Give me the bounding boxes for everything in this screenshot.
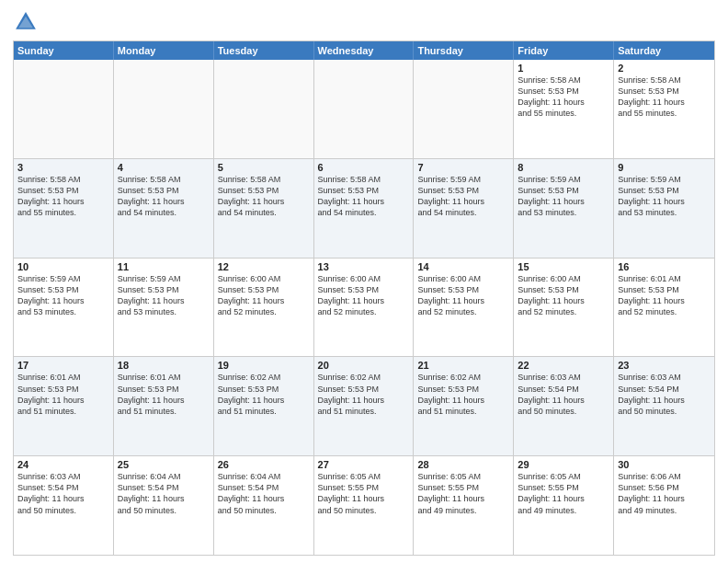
- day-number: 30: [618, 459, 711, 470]
- calendar-cell: 21Sunrise: 6:02 AM Sunset: 5:53 PM Dayli…: [414, 357, 514, 455]
- cell-info: Sunrise: 6:05 AM Sunset: 5:55 PM Dayligh…: [417, 471, 509, 516]
- cell-info: Sunrise: 6:00 AM Sunset: 5:53 PM Dayligh…: [318, 273, 410, 318]
- day-number: 28: [417, 459, 509, 470]
- cell-info: Sunrise: 6:05 AM Sunset: 5:55 PM Dayligh…: [318, 471, 410, 516]
- logo-icon: [13, 9, 39, 35]
- cell-info: Sunrise: 5:58 AM Sunset: 5:53 PM Dayligh…: [518, 75, 609, 120]
- day-number: 15: [518, 261, 609, 272]
- day-number: 27: [318, 459, 410, 470]
- day-number: 20: [318, 360, 410, 371]
- day-number: 12: [218, 261, 310, 272]
- cell-info: Sunrise: 5:59 AM Sunset: 5:53 PM Dayligh…: [518, 174, 609, 219]
- calendar-body: 1Sunrise: 5:58 AM Sunset: 5:53 PM Daylig…: [14, 60, 714, 555]
- calendar-header: SundayMondayTuesdayWednesdayThursdayFrid…: [14, 41, 714, 60]
- calendar-cell: 25Sunrise: 6:04 AM Sunset: 5:54 PM Dayli…: [114, 456, 214, 555]
- calendar-cell: [14, 60, 114, 158]
- weekday-header: Wednesday: [314, 41, 415, 60]
- calendar-cell: 29Sunrise: 6:05 AM Sunset: 5:55 PM Dayli…: [514, 456, 614, 555]
- calendar-cell: 15Sunrise: 6:00 AM Sunset: 5:53 PM Dayli…: [514, 259, 614, 357]
- calendar-cell: 3Sunrise: 5:58 AM Sunset: 5:53 PM Daylig…: [14, 159, 114, 258]
- calendar-cell: 7Sunrise: 5:59 AM Sunset: 5:53 PM Daylig…: [414, 159, 514, 258]
- cell-info: Sunrise: 6:01 AM Sunset: 5:53 PM Dayligh…: [618, 273, 711, 318]
- day-number: 10: [17, 261, 109, 272]
- day-number: 2: [618, 63, 711, 74]
- day-number: 7: [417, 162, 509, 173]
- cell-info: Sunrise: 6:01 AM Sunset: 5:53 PM Dayligh…: [118, 372, 210, 417]
- calendar-cell: 9Sunrise: 5:59 AM Sunset: 5:53 PM Daylig…: [614, 159, 714, 258]
- cell-info: Sunrise: 6:05 AM Sunset: 5:55 PM Dayligh…: [518, 471, 609, 516]
- calendar-cell: 11Sunrise: 5:59 AM Sunset: 5:53 PM Dayli…: [114, 259, 214, 357]
- calendar-cell: 23Sunrise: 6:03 AM Sunset: 5:54 PM Dayli…: [614, 357, 714, 455]
- header: [13, 9, 715, 35]
- calendar-cell: [414, 60, 514, 158]
- weekday-header: Saturday: [614, 41, 714, 60]
- weekday-header: Sunday: [14, 41, 114, 60]
- calendar-row: 10Sunrise: 5:59 AM Sunset: 5:53 PM Dayli…: [14, 258, 714, 357]
- cell-info: Sunrise: 6:02 AM Sunset: 5:53 PM Dayligh…: [218, 372, 310, 417]
- cell-info: Sunrise: 6:04 AM Sunset: 5:54 PM Dayligh…: [118, 471, 210, 516]
- calendar-cell: 16Sunrise: 6:01 AM Sunset: 5:53 PM Dayli…: [614, 259, 714, 357]
- day-number: 4: [118, 162, 210, 173]
- cell-info: Sunrise: 5:59 AM Sunset: 5:53 PM Dayligh…: [17, 273, 109, 318]
- day-number: 23: [618, 360, 711, 371]
- cell-info: Sunrise: 6:04 AM Sunset: 5:54 PM Dayligh…: [218, 471, 310, 516]
- calendar-cell: [314, 60, 415, 158]
- cell-info: Sunrise: 6:00 AM Sunset: 5:53 PM Dayligh…: [417, 273, 509, 318]
- cell-info: Sunrise: 6:03 AM Sunset: 5:54 PM Dayligh…: [17, 471, 109, 516]
- day-number: 25: [118, 459, 210, 470]
- page: SundayMondayTuesdayWednesdayThursdayFrid…: [0, 0, 728, 563]
- day-number: 11: [118, 261, 210, 272]
- calendar: SundayMondayTuesdayWednesdayThursdayFrid…: [13, 40, 715, 556]
- logo: [13, 9, 40, 35]
- day-number: 22: [518, 360, 609, 371]
- day-number: 18: [118, 360, 210, 371]
- calendar-cell: 13Sunrise: 6:00 AM Sunset: 5:53 PM Dayli…: [314, 259, 415, 357]
- calendar-cell: 4Sunrise: 5:58 AM Sunset: 5:53 PM Daylig…: [114, 159, 214, 258]
- cell-info: Sunrise: 5:58 AM Sunset: 5:53 PM Dayligh…: [218, 174, 310, 219]
- cell-info: Sunrise: 5:59 AM Sunset: 5:53 PM Dayligh…: [417, 174, 509, 219]
- cell-info: Sunrise: 6:06 AM Sunset: 5:56 PM Dayligh…: [618, 471, 711, 516]
- calendar-cell: 22Sunrise: 6:03 AM Sunset: 5:54 PM Dayli…: [514, 357, 614, 455]
- cell-info: Sunrise: 6:03 AM Sunset: 5:54 PM Dayligh…: [618, 372, 711, 417]
- calendar-cell: [114, 60, 214, 158]
- calendar-cell: [214, 60, 314, 158]
- cell-info: Sunrise: 6:03 AM Sunset: 5:54 PM Dayligh…: [518, 372, 609, 417]
- day-number: 14: [417, 261, 509, 272]
- cell-info: Sunrise: 6:01 AM Sunset: 5:53 PM Dayligh…: [17, 372, 109, 417]
- cell-info: Sunrise: 6:00 AM Sunset: 5:53 PM Dayligh…: [218, 273, 310, 318]
- day-number: 3: [17, 162, 109, 173]
- calendar-row: 3Sunrise: 5:58 AM Sunset: 5:53 PM Daylig…: [14, 158, 714, 258]
- day-number: 29: [518, 459, 609, 470]
- calendar-cell: 1Sunrise: 5:58 AM Sunset: 5:53 PM Daylig…: [514, 60, 614, 158]
- day-number: 1: [518, 63, 609, 74]
- cell-info: Sunrise: 5:59 AM Sunset: 5:53 PM Dayligh…: [118, 273, 210, 318]
- calendar-row: 1Sunrise: 5:58 AM Sunset: 5:53 PM Daylig…: [14, 60, 714, 158]
- calendar-cell: 12Sunrise: 6:00 AM Sunset: 5:53 PM Dayli…: [214, 259, 314, 357]
- weekday-header: Thursday: [414, 41, 514, 60]
- calendar-cell: 30Sunrise: 6:06 AM Sunset: 5:56 PM Dayli…: [614, 456, 714, 555]
- day-number: 8: [518, 162, 609, 173]
- weekday-header: Friday: [514, 41, 614, 60]
- calendar-cell: 5Sunrise: 5:58 AM Sunset: 5:53 PM Daylig…: [214, 159, 314, 258]
- calendar-cell: 18Sunrise: 6:01 AM Sunset: 5:53 PM Dayli…: [114, 357, 214, 455]
- cell-info: Sunrise: 6:02 AM Sunset: 5:53 PM Dayligh…: [318, 372, 410, 417]
- calendar-cell: 6Sunrise: 5:58 AM Sunset: 5:53 PM Daylig…: [314, 159, 415, 258]
- calendar-row: 17Sunrise: 6:01 AM Sunset: 5:53 PM Dayli…: [14, 356, 714, 455]
- calendar-cell: 26Sunrise: 6:04 AM Sunset: 5:54 PM Dayli…: [214, 456, 314, 555]
- calendar-cell: 14Sunrise: 6:00 AM Sunset: 5:53 PM Dayli…: [414, 259, 514, 357]
- day-number: 9: [618, 162, 711, 173]
- calendar-cell: 8Sunrise: 5:59 AM Sunset: 5:53 PM Daylig…: [514, 159, 614, 258]
- cell-info: Sunrise: 5:58 AM Sunset: 5:53 PM Dayligh…: [618, 75, 711, 120]
- calendar-row: 24Sunrise: 6:03 AM Sunset: 5:54 PM Dayli…: [14, 455, 714, 555]
- weekday-header: Tuesday: [214, 41, 314, 60]
- day-number: 21: [417, 360, 509, 371]
- cell-info: Sunrise: 5:58 AM Sunset: 5:53 PM Dayligh…: [318, 174, 410, 219]
- calendar-cell: 28Sunrise: 6:05 AM Sunset: 5:55 PM Dayli…: [414, 456, 514, 555]
- calendar-cell: 2Sunrise: 5:58 AM Sunset: 5:53 PM Daylig…: [614, 60, 714, 158]
- calendar-cell: 10Sunrise: 5:59 AM Sunset: 5:53 PM Dayli…: [14, 259, 114, 357]
- day-number: 17: [17, 360, 109, 371]
- calendar-cell: 24Sunrise: 6:03 AM Sunset: 5:54 PM Dayli…: [14, 456, 114, 555]
- weekday-header: Monday: [114, 41, 214, 60]
- calendar-cell: 20Sunrise: 6:02 AM Sunset: 5:53 PM Dayli…: [314, 357, 415, 455]
- cell-info: Sunrise: 5:58 AM Sunset: 5:53 PM Dayligh…: [17, 174, 109, 219]
